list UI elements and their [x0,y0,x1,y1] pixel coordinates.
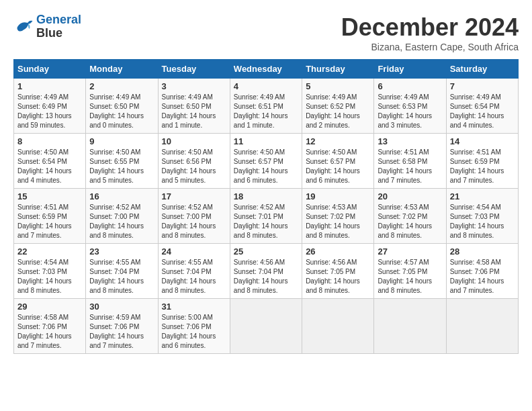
day-number: 16 [89,191,154,201]
day-number: 2 [89,81,154,91]
day-number: 7 [450,81,515,91]
month-title: December 2024 [341,13,519,42]
day-number: 21 [450,191,515,201]
calendar-cell: 30Sunrise: 4:59 AMSunset: 7:06 PMDayligh… [86,299,158,354]
day-number: 23 [89,246,154,257]
calendar-cell: 25Sunrise: 4:56 AMSunset: 7:04 PMDayligh… [230,244,302,299]
day-info: Sunrise: 4:49 AMSunset: 6:50 PMDaylight:… [89,93,154,130]
day-number: 5 [306,81,370,91]
calendar-week-2: 8Sunrise: 4:50 AMSunset: 6:54 PMDaylight… [14,134,519,189]
day-info: Sunrise: 4:52 AMSunset: 7:00 PMDaylight:… [162,203,226,240]
day-number: 24 [162,246,226,257]
day-info: Sunrise: 4:49 AMSunset: 6:53 PMDaylight:… [378,93,442,130]
day-number: 12 [306,136,370,146]
day-info: Sunrise: 4:58 AMSunset: 7:06 PMDaylight:… [450,258,515,295]
calendar-cell: 18Sunrise: 4:52 AMSunset: 7:01 PMDayligh… [230,189,302,244]
title-block: December 2024 Bizana, Eastern Cape, Sout… [341,13,519,52]
calendar-cell: 12Sunrise: 4:50 AMSunset: 6:57 PMDayligh… [302,134,374,189]
day-info: Sunrise: 4:53 AMSunset: 7:02 PMDaylight:… [306,203,370,240]
day-info: Sunrise: 4:55 AMSunset: 7:04 PMDaylight:… [162,258,226,295]
day-info: Sunrise: 4:56 AMSunset: 7:04 PMDaylight:… [234,258,298,295]
day-number: 27 [378,246,442,257]
calendar-cell: 17Sunrise: 4:52 AMSunset: 7:00 PMDayligh… [158,189,230,244]
calendar-cell: 13Sunrise: 4:51 AMSunset: 6:58 PMDayligh… [374,134,446,189]
day-number: 31 [162,302,226,312]
day-info: Sunrise: 5:00 AMSunset: 7:06 PMDaylight:… [162,313,226,351]
day-info: Sunrise: 4:50 AMSunset: 6:56 PMDaylight:… [162,148,226,185]
day-number: 1 [17,81,82,91]
header-monday: Monday [86,60,158,79]
header-thursday: Thursday [302,60,374,79]
day-info: Sunrise: 4:49 AMSunset: 6:50 PMDaylight:… [162,93,226,130]
day-info: Sunrise: 4:59 AMSunset: 7:06 PMDaylight:… [89,313,154,351]
header-tuesday: Tuesday [158,60,230,79]
calendar-cell [446,299,518,354]
day-number: 4 [234,81,298,91]
day-info: Sunrise: 4:52 AMSunset: 7:01 PMDaylight:… [234,203,298,240]
day-number: 22 [17,246,82,257]
day-info: Sunrise: 4:55 AMSunset: 7:04 PMDaylight:… [89,258,154,295]
calendar-cell [374,299,446,354]
calendar-cell: 5Sunrise: 4:49 AMSunset: 6:52 PMDaylight… [302,79,374,134]
day-number: 20 [378,191,442,201]
day-info: Sunrise: 4:50 AMSunset: 6:54 PMDaylight:… [17,148,82,185]
calendar-header-row: SundayMondayTuesdayWednesdayThursdayFrid… [14,60,519,79]
day-number: 18 [234,191,298,201]
page-header: General Blue December 2024 Bizana, Easte… [13,13,519,52]
day-number: 13 [378,136,442,146]
calendar-week-5: 29Sunrise: 4:58 AMSunset: 7:06 PMDayligh… [14,299,519,354]
calendar-cell: 3Sunrise: 4:49 AMSunset: 6:50 PMDaylight… [158,79,230,134]
header-wednesday: Wednesday [230,60,302,79]
day-info: Sunrise: 4:50 AMSunset: 6:55 PMDaylight:… [89,148,154,185]
calendar-cell [302,299,374,354]
day-number: 10 [162,136,226,146]
day-number: 15 [17,191,82,201]
day-number: 28 [450,246,515,257]
calendar-cell: 31Sunrise: 5:00 AMSunset: 7:06 PMDayligh… [158,299,230,354]
day-info: Sunrise: 4:56 AMSunset: 7:05 PMDaylight:… [306,258,370,295]
day-number: 19 [306,191,370,201]
day-number: 8 [17,136,82,146]
calendar-cell: 23Sunrise: 4:55 AMSunset: 7:04 PMDayligh… [86,244,158,299]
calendar-week-1: 1Sunrise: 4:49 AMSunset: 6:49 PMDaylight… [14,79,519,134]
calendar-cell: 24Sunrise: 4:55 AMSunset: 7:04 PMDayligh… [158,244,230,299]
calendar-cell: 4Sunrise: 4:49 AMSunset: 6:51 PMDaylight… [230,79,302,134]
calendar-table: SundayMondayTuesdayWednesdayThursdayFrid… [13,59,519,354]
day-info: Sunrise: 4:52 AMSunset: 7:00 PMDaylight:… [89,203,154,240]
calendar-cell: 1Sunrise: 4:49 AMSunset: 6:49 PMDaylight… [14,79,86,134]
calendar-cell: 22Sunrise: 4:54 AMSunset: 7:03 PMDayligh… [14,244,86,299]
day-number: 30 [89,302,154,312]
logo-icon [13,17,34,37]
day-info: Sunrise: 4:49 AMSunset: 6:52 PMDaylight:… [306,93,370,130]
day-info: Sunrise: 4:54 AMSunset: 7:03 PMDaylight:… [17,258,82,295]
day-info: Sunrise: 4:54 AMSunset: 7:03 PMDaylight:… [450,203,515,240]
day-number: 29 [17,302,82,312]
logo: General Blue [13,13,81,40]
calendar-cell: 10Sunrise: 4:50 AMSunset: 6:56 PMDayligh… [158,134,230,189]
calendar-cell: 26Sunrise: 4:56 AMSunset: 7:05 PMDayligh… [302,244,374,299]
day-info: Sunrise: 4:58 AMSunset: 7:06 PMDaylight:… [17,313,82,351]
header-sunday: Sunday [14,60,86,79]
day-number: 26 [306,246,370,257]
day-number: 9 [89,136,154,146]
calendar-cell: 16Sunrise: 4:52 AMSunset: 7:00 PMDayligh… [86,189,158,244]
header-saturday: Saturday [446,60,518,79]
calendar-cell: 6Sunrise: 4:49 AMSunset: 6:53 PMDaylight… [374,79,446,134]
calendar-cell [230,299,302,354]
day-info: Sunrise: 4:49 AMSunset: 6:51 PMDaylight:… [234,93,298,130]
logo-text: General Blue [36,13,81,40]
day-number: 6 [378,81,442,91]
calendar-cell: 21Sunrise: 4:54 AMSunset: 7:03 PMDayligh… [446,189,518,244]
day-info: Sunrise: 4:53 AMSunset: 7:02 PMDaylight:… [378,203,442,240]
day-info: Sunrise: 4:51 AMSunset: 6:59 PMDaylight:… [450,148,515,185]
calendar-cell: 9Sunrise: 4:50 AMSunset: 6:55 PMDaylight… [86,134,158,189]
calendar-cell: 19Sunrise: 4:53 AMSunset: 7:02 PMDayligh… [302,189,374,244]
day-number: 25 [234,246,298,257]
day-info: Sunrise: 4:50 AMSunset: 6:57 PMDaylight:… [234,148,298,185]
day-number: 14 [450,136,515,146]
calendar-cell: 28Sunrise: 4:58 AMSunset: 7:06 PMDayligh… [446,244,518,299]
day-info: Sunrise: 4:51 AMSunset: 6:58 PMDaylight:… [378,148,442,185]
calendar-cell: 15Sunrise: 4:51 AMSunset: 6:59 PMDayligh… [14,189,86,244]
calendar-week-4: 22Sunrise: 4:54 AMSunset: 7:03 PMDayligh… [14,244,519,299]
day-info: Sunrise: 4:50 AMSunset: 6:57 PMDaylight:… [306,148,370,185]
